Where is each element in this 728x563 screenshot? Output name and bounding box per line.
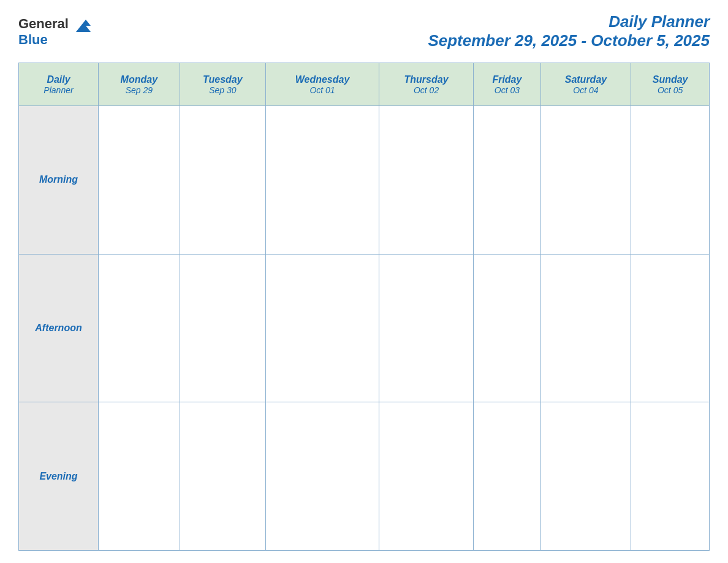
page: General Blue Daily Planner September 29,… bbox=[0, 0, 728, 563]
evening-label: Evening bbox=[19, 402, 99, 551]
afternoon-saturday[interactable] bbox=[540, 254, 631, 402]
morning-sunday[interactable] bbox=[631, 106, 710, 255]
morning-label: Morning bbox=[19, 106, 99, 255]
evening-monday[interactable] bbox=[99, 402, 180, 551]
monday-name: Monday bbox=[102, 74, 176, 85]
morning-friday[interactable] bbox=[474, 106, 541, 255]
morning-monday[interactable] bbox=[99, 106, 180, 255]
friday-date: Oct 03 bbox=[477, 85, 537, 95]
afternoon-monday[interactable] bbox=[99, 254, 180, 402]
logo-icon bbox=[74, 15, 93, 34]
afternoon-sunday[interactable] bbox=[631, 254, 710, 402]
afternoon-thursday[interactable] bbox=[379, 254, 474, 402]
evening-saturday[interactable] bbox=[540, 402, 631, 551]
header-sunday: Sunday Oct 05 bbox=[631, 63, 710, 106]
afternoon-wednesday[interactable] bbox=[266, 254, 379, 402]
afternoon-tuesday[interactable] bbox=[180, 254, 265, 402]
planner-table: Daily Planner Monday Sep 29 Tuesday Sep … bbox=[18, 63, 710, 551]
wednesday-name: Wednesday bbox=[269, 74, 376, 85]
svg-marker-0 bbox=[76, 20, 91, 32]
header-thursday: Thursday Oct 02 bbox=[379, 63, 474, 106]
header-tuesday: Tuesday Sep 30 bbox=[180, 63, 265, 106]
planner-title: Daily Planner bbox=[428, 12, 710, 31]
header-wednesday: Wednesday Oct 01 bbox=[266, 63, 379, 106]
logo-general: General bbox=[18, 16, 69, 31]
afternoon-label: Afternoon bbox=[19, 254, 99, 402]
saturday-date: Oct 04 bbox=[544, 85, 628, 95]
morning-saturday[interactable] bbox=[540, 106, 631, 255]
sunday-name: Sunday bbox=[634, 74, 706, 85]
wednesday-date: Oct 01 bbox=[269, 85, 376, 95]
evening-thursday[interactable] bbox=[379, 402, 474, 551]
friday-name: Friday bbox=[477, 74, 537, 85]
date-range: September 29, 2025 - October 5, 2025 bbox=[428, 31, 710, 50]
header-label: Daily Planner bbox=[19, 63, 99, 106]
header-label-line1: Daily bbox=[22, 74, 95, 85]
evening-friday[interactable] bbox=[474, 402, 541, 551]
logo: General Blue bbox=[18, 15, 93, 48]
header-friday: Friday Oct 03 bbox=[474, 63, 541, 106]
afternoon-row: Afternoon bbox=[19, 254, 710, 402]
header-label-line2: Planner bbox=[22, 85, 95, 95]
header: General Blue Daily Planner September 29,… bbox=[18, 12, 710, 50]
tuesday-name: Tuesday bbox=[183, 74, 262, 85]
afternoon-friday[interactable] bbox=[474, 254, 541, 402]
evening-sunday[interactable] bbox=[631, 402, 710, 551]
saturday-name: Saturday bbox=[544, 74, 628, 85]
header-saturday: Saturday Oct 04 bbox=[540, 63, 631, 106]
tuesday-date: Sep 30 bbox=[183, 85, 262, 95]
morning-tuesday[interactable] bbox=[180, 106, 265, 255]
morning-thursday[interactable] bbox=[379, 106, 474, 255]
header-monday: Monday Sep 29 bbox=[99, 63, 180, 106]
evening-row: Evening bbox=[19, 402, 710, 551]
thursday-date: Oct 02 bbox=[382, 85, 470, 95]
evening-tuesday[interactable] bbox=[180, 402, 265, 551]
evening-wednesday[interactable] bbox=[266, 402, 379, 551]
sunday-date: Oct 05 bbox=[634, 85, 706, 95]
thursday-name: Thursday bbox=[382, 74, 470, 85]
morning-wednesday[interactable] bbox=[266, 106, 379, 255]
morning-row: Morning bbox=[19, 106, 710, 255]
monday-date: Sep 29 bbox=[102, 85, 176, 95]
title-area: Daily Planner September 29, 2025 - Octob… bbox=[428, 12, 710, 50]
